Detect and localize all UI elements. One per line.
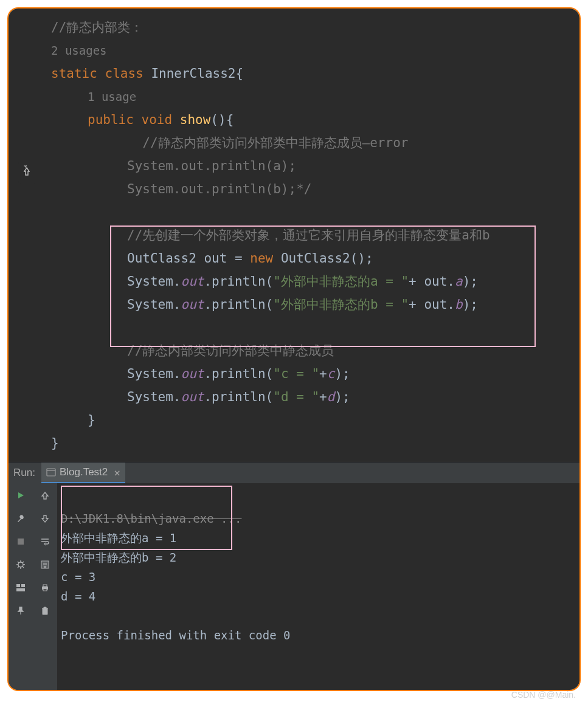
down-icon[interactable]	[39, 512, 51, 525]
rerun-icon[interactable]	[15, 489, 27, 501]
svg-rect-10	[43, 585, 47, 587]
exit-line: Process finished with exit code 0	[61, 628, 291, 642]
screenshot-frame: * //静态内部类： 2 usages static class InnerCl…	[7, 7, 581, 691]
svg-rect-11	[43, 589, 47, 591]
usage-hint[interactable]: 2 usages	[9, 39, 579, 62]
code-line: }	[9, 432, 579, 455]
stop-icon[interactable]	[15, 535, 27, 548]
output-line: 外部中非静态的b = 2	[61, 551, 176, 564]
console-output[interactable]: D:\JDK1.8\bin\java.exe ... 外部中非静态的a = 1 …	[57, 483, 579, 690]
run-panel: Run: Blog.Test2 ×	[9, 462, 579, 690]
watermark: CSDN @@Main.	[511, 690, 576, 698]
svg-rect-1	[47, 469, 55, 476]
code-line: OutClass2 out = new OutClass2();	[9, 247, 579, 270]
scroll-to-end-icon[interactable]	[39, 559, 51, 571]
code-line: System.out.println(a);	[9, 154, 579, 177]
code-line: //静态内部类访问外部类中非静态成员—error	[9, 131, 579, 154]
svg-rect-5	[16, 584, 20, 587]
debug-icon[interactable]	[15, 559, 27, 571]
layout-icon[interactable]	[15, 582, 27, 594]
output-line: c = 3	[61, 570, 95, 583]
wrench-icon[interactable]	[15, 512, 27, 525]
svg-point-4	[18, 562, 23, 567]
run-toolbar-left	[9, 483, 33, 690]
output-line: 外部中非静态的a = 1	[61, 531, 176, 545]
svg-rect-3	[18, 539, 24, 545]
code-line: }	[9, 408, 579, 432]
print-icon[interactable]	[39, 582, 51, 594]
run-tab[interactable]: Blog.Test2 ×	[41, 463, 125, 483]
code-line: System.out.println(b);*/	[9, 177, 579, 201]
code-line: //静态内部类访问外部类中静态成员	[9, 339, 579, 362]
command-line: D:\JDK1.8\bin\java.exe ...	[61, 512, 241, 525]
output-line: d = 4	[61, 590, 95, 603]
code-line	[9, 316, 579, 339]
svg-rect-7	[16, 588, 25, 591]
run-header: Run: Blog.Test2 ×	[9, 463, 579, 483]
code-line: System.out.println("外部中非静态的a = "+ out.a)…	[9, 270, 579, 293]
application-icon	[46, 467, 56, 477]
run-tab-label: Blog.Test2	[60, 466, 108, 478]
code-line: static class InnerClass2{	[9, 62, 579, 85]
close-icon[interactable]: ×	[111, 466, 120, 479]
trash-icon[interactable]	[39, 605, 51, 617]
code-line: System.out.println("c = "+c);	[9, 362, 579, 385]
code-editor[interactable]: * //静态内部类： 2 usages static class InnerCl…	[9, 9, 579, 462]
run-label: Run:	[13, 467, 41, 479]
usage-hint[interactable]: 1 usage	[9, 85, 579, 108]
code-line: //先创建一个外部类对象，通过它来引用自身的非静态变量a和b	[9, 224, 579, 247]
code-line: System.out.println("外部中非静态的b = "+ out.b)…	[9, 293, 579, 316]
svg-rect-6	[21, 584, 25, 587]
code-line: public void show(){	[9, 108, 579, 131]
pin-icon[interactable]	[15, 605, 27, 617]
code-line	[9, 201, 579, 224]
code-line: System.out.println("d = "+d);	[9, 385, 579, 408]
soft-wrap-icon[interactable]	[39, 535, 51, 548]
code-line: //静态内部类：	[9, 16, 579, 39]
up-icon[interactable]	[39, 489, 51, 501]
run-toolbar-mid	[33, 483, 57, 690]
run-body: D:\JDK1.8\bin\java.exe ... 外部中非静态的a = 1 …	[9, 483, 579, 690]
